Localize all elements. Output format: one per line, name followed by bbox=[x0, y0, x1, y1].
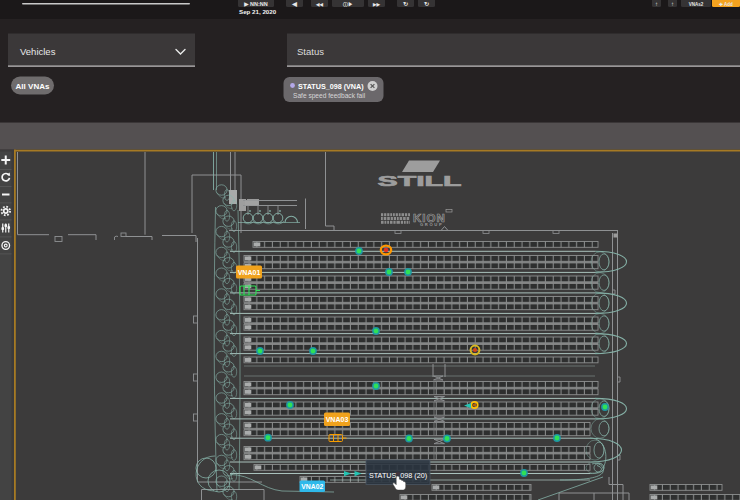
svg-text:ⓘ▶: ⓘ▶ bbox=[343, 1, 353, 8]
svg-text:VNA03: VNA03 bbox=[326, 416, 349, 423]
svg-text:All VNAs: All VNAs bbox=[16, 82, 50, 91]
svg-text:◀: ◀ bbox=[291, 1, 297, 7]
svg-text:VNA02: VNA02 bbox=[301, 483, 323, 490]
svg-text:◀◀: ◀◀ bbox=[315, 2, 323, 7]
svg-text:VNAs2: VNAs2 bbox=[689, 2, 704, 7]
svg-text:↑: ↑ bbox=[655, 1, 658, 7]
svg-text:▶▶: ▶▶ bbox=[372, 2, 380, 7]
svg-text:GROUP: GROUP bbox=[420, 222, 443, 227]
svg-text:VNA01: VNA01 bbox=[238, 269, 261, 276]
svg-text:▶ NN:NN: ▶ NN:NN bbox=[243, 1, 268, 7]
svg-text:Vehicles: Vehicles bbox=[20, 46, 56, 57]
svg-text:STATUS_098 (VNA): STATUS_098 (VNA) bbox=[298, 82, 364, 91]
svg-text:Safe speed feedback fail: Safe speed feedback fail bbox=[293, 92, 366, 100]
svg-text:Status: Status bbox=[297, 46, 324, 57]
svg-text:↑: ↑ bbox=[671, 1, 674, 7]
svg-text:✚ Add: ✚ Add bbox=[718, 2, 733, 7]
svg-text:↻: ↻ bbox=[403, 1, 408, 7]
svg-text:STILL: STILL bbox=[378, 172, 462, 189]
svg-text:Sep 21, 2020: Sep 21, 2020 bbox=[239, 8, 277, 15]
svg-text:↻: ↻ bbox=[424, 1, 429, 7]
